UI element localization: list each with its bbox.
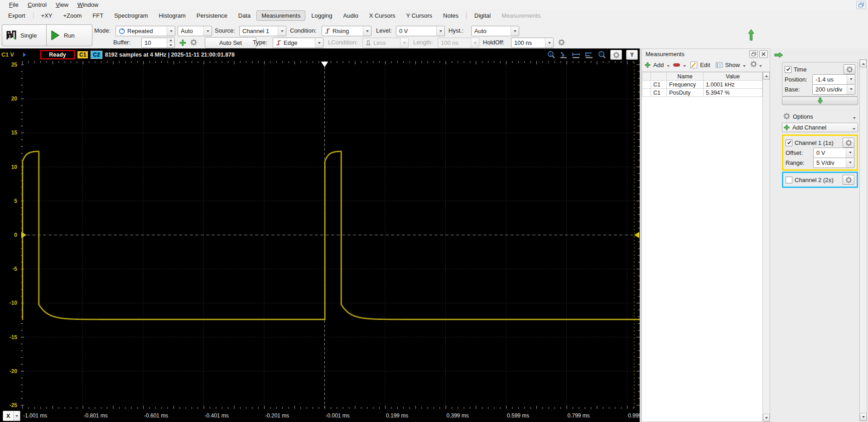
buffer-stepper[interactable]: 10 xyxy=(141,38,175,48)
add-measurement-button[interactable]: Add xyxy=(653,62,664,68)
tab-digital[interactable]: Digital xyxy=(469,10,496,21)
channel1-checkbox[interactable] xyxy=(786,139,792,146)
scroll-down-button[interactable] xyxy=(860,413,867,421)
add-buffer-icon[interactable] xyxy=(179,39,186,46)
tab-persistence[interactable]: Persistence xyxy=(192,10,232,21)
x-axis-button[interactable]: X xyxy=(3,411,20,421)
zoom-preset-icon[interactable]: 1 xyxy=(547,51,555,59)
show-columns-icon[interactable] xyxy=(716,62,723,68)
close-icon xyxy=(762,52,766,56)
mode-select[interactable]: Repeated xyxy=(116,26,175,36)
tab-measurements[interactable]: Measurements xyxy=(256,10,305,21)
add-measurement-icon[interactable] xyxy=(645,62,651,68)
measurements-settings-icon[interactable] xyxy=(750,61,757,69)
show-dropdown-caret[interactable] xyxy=(743,65,746,67)
tab-data[interactable]: Data xyxy=(233,10,256,21)
tab-spectrogram[interactable]: Spectrogram xyxy=(109,10,153,21)
remove-measurement-icon[interactable] xyxy=(673,63,680,67)
hysteresis-select[interactable]: Auto xyxy=(471,26,519,36)
rising-edge-icon xyxy=(325,28,330,34)
lcondition-select[interactable]: Less xyxy=(362,38,409,48)
y-tick-label: 5 xyxy=(14,198,17,204)
cascade-windows-button[interactable] xyxy=(856,1,866,9)
collapse-arrow-icon[interactable] xyxy=(22,52,27,58)
measure-vertical-icon[interactable] xyxy=(585,51,594,58)
tab-measurements[interactable]: Measurements xyxy=(497,10,545,21)
channel1-range-select[interactable]: 5 V/div xyxy=(813,158,854,168)
run-button[interactable]: Run xyxy=(46,24,92,46)
channel1-badge[interactable]: C1 xyxy=(77,51,88,58)
pointer-mode-icon[interactable] xyxy=(559,51,568,58)
options-dropdown[interactable]: Options xyxy=(782,112,858,121)
value-header[interactable]: Value xyxy=(704,72,762,81)
tab-fft[interactable]: FFT xyxy=(87,10,108,21)
channel1-offset-value: 0 V xyxy=(816,149,825,156)
edit-button[interactable]: Edit xyxy=(700,62,710,68)
channel2-label: Channel 2 (2±) xyxy=(795,177,834,183)
channel1-offset-select[interactable]: 0 V xyxy=(813,148,854,158)
tab-histogram[interactable]: Histogram xyxy=(154,10,191,21)
edit-icon[interactable] xyxy=(690,62,697,68)
scroll-up-button[interactable] xyxy=(763,72,770,80)
tab-x-cursors[interactable]: X Cursors xyxy=(364,10,400,21)
time-settings-button[interactable] xyxy=(844,64,855,74)
tab-audio[interactable]: Audio xyxy=(338,10,363,21)
trigger-level-input[interactable]: 0 V xyxy=(396,26,445,36)
tab-notes[interactable]: Notes xyxy=(438,10,463,21)
trigger-level-marker[interactable] xyxy=(634,232,639,238)
measure-horizontal-icon[interactable] xyxy=(572,51,581,58)
tab-y-cursors[interactable]: Y Cursors xyxy=(401,10,438,21)
length-input[interactable]: 100 ns xyxy=(438,38,479,48)
channel2-badge[interactable]: C2 xyxy=(91,51,102,59)
single-button[interactable]: 1 Single xyxy=(2,24,48,46)
time-position-select[interactable]: -1.4 us xyxy=(812,74,855,85)
trigger-type-select[interactable]: Edge xyxy=(273,38,323,48)
scroll-up-arrow-icon[interactable] xyxy=(747,29,755,41)
channel1-offset-marker[interactable] xyxy=(21,232,26,238)
auto-set-button[interactable]: Auto Set xyxy=(205,37,256,48)
measurement-row[interactable]: C1PosDuty5.3947 % xyxy=(642,89,762,97)
name-header[interactable]: Name xyxy=(667,72,704,81)
scroll-up-button[interactable] xyxy=(860,60,867,67)
plot-area[interactable]: 2520151050-5-10-15-20-25 xyxy=(0,61,640,409)
scroll-down-button[interactable] xyxy=(763,414,770,422)
float-panel-button[interactable] xyxy=(749,50,758,58)
settings-dropdown-caret[interactable] xyxy=(759,65,762,67)
plot-settings-button[interactable] xyxy=(610,50,622,60)
lcondition-value: Less xyxy=(373,39,386,46)
holdoff-input[interactable]: 100 ns xyxy=(511,38,554,48)
buffer-settings-icon[interactable] xyxy=(190,39,197,47)
menu-window[interactable]: Window xyxy=(73,1,103,9)
channel2-checkbox[interactable] xyxy=(786,177,792,183)
zoom-region-icon[interactable] xyxy=(598,51,606,59)
channel2-settings-button[interactable] xyxy=(843,175,854,185)
add-dropdown-caret[interactable] xyxy=(667,65,670,67)
measurement-row[interactable]: C1Frequency1.0001 kHz xyxy=(642,81,762,89)
add-channel-dropdown[interactable]: Add Channel xyxy=(782,123,858,132)
expand-panel-arrow-icon[interactable] xyxy=(774,52,784,58)
close-panel-button[interactable] xyxy=(759,50,768,58)
control-panel-scrollbar[interactable] xyxy=(859,59,867,421)
y-axis-button[interactable]: Y xyxy=(626,50,638,60)
channel1-settings-button[interactable] xyxy=(843,138,854,148)
oscilloscope-canvas[interactable] xyxy=(21,61,640,409)
measurements-scrollbar[interactable] xyxy=(762,72,770,422)
menu-file[interactable]: File xyxy=(5,1,23,9)
remove-dropdown-caret[interactable] xyxy=(683,65,686,67)
tab-export[interactable]: Export xyxy=(3,10,30,21)
tab-logging[interactable]: Logging xyxy=(306,10,337,21)
show-button[interactable]: Show xyxy=(725,62,740,68)
menu-view[interactable]: View xyxy=(51,1,73,9)
collapse-time-button[interactable] xyxy=(782,96,858,105)
y-tick-label: -10 xyxy=(10,300,17,306)
trigger-condition-select[interactable]: Rising xyxy=(322,26,371,36)
trigger-settings-icon[interactable] xyxy=(558,39,565,47)
trigger-position-marker[interactable] xyxy=(321,62,328,67)
trigger-source-select[interactable]: Channel 1 xyxy=(239,26,286,36)
time-checkbox[interactable] xyxy=(785,66,791,73)
menu-control[interactable]: Control xyxy=(23,1,51,9)
tab--zoom[interactable]: +Zoom xyxy=(58,10,87,21)
mode-auto-select[interactable]: Auto xyxy=(178,26,212,36)
tab--xy[interactable]: +XY xyxy=(36,10,58,21)
time-base-select[interactable]: 200 us/div xyxy=(812,84,855,95)
